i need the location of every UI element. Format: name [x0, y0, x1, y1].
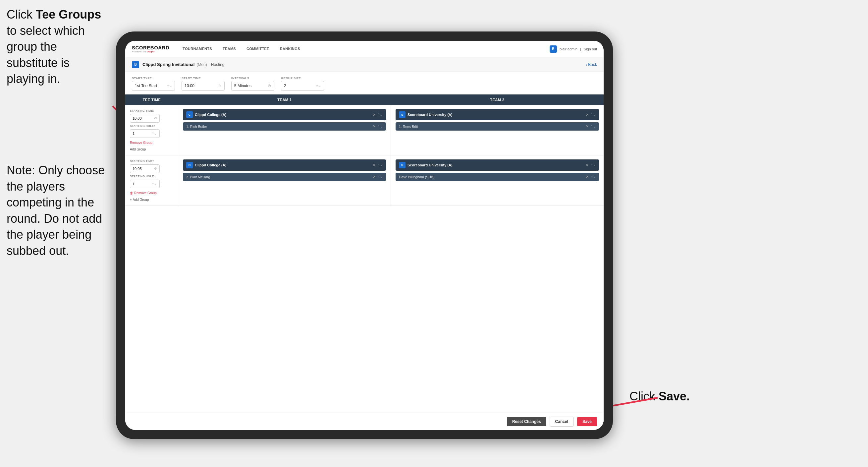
player1-remove-1[interactable]: ✕ [373, 124, 376, 128]
team1-card-2[interactable]: C Clippd College (A) ✕ ⌃⌄ [183, 159, 386, 171]
instruction-suffix: to select which group the substitute is … [7, 24, 85, 86]
remove-group-2[interactable]: 🗑 Remove Group [130, 191, 173, 195]
team1-chevron-1[interactable]: ⌃⌄ [377, 113, 383, 116]
team1-remove-1[interactable]: ✕ [373, 113, 376, 117]
add-group-1[interactable]: Add Group [130, 147, 173, 151]
instruction-prefix: Click [7, 8, 36, 21]
team2-actions-2: ✕ ⌃⌄ [586, 163, 596, 167]
starting-hole-input-2[interactable]: 1 ⌃⌄ [130, 180, 160, 188]
start-time-label: Start Time [182, 77, 225, 80]
config-start-time: Start Time 10:00 ⏱ [182, 77, 225, 91]
hole-spinner-2: ⌃⌄ [152, 182, 157, 185]
main-content: Start Type 1st Tee Start ⌃⌄ Start Time 1… [125, 72, 603, 413]
starting-time-input-2[interactable]: 10:05 ⏱ [130, 165, 160, 173]
instruction-bold-tee-groups: Tee Groups [36, 8, 101, 21]
player2-chevron-2[interactable]: ⌃⌄ [590, 175, 596, 179]
breadcrumb-back[interactable]: ‹ Back [586, 62, 597, 67]
player2-remove-1[interactable]: ✕ [586, 124, 589, 128]
team1-actions-1: ✕ ⌃⌄ [373, 113, 383, 117]
nav-link-tournaments[interactable]: TOURNAMENTS [177, 41, 217, 57]
cancel-button[interactable]: Cancel [550, 417, 574, 427]
player2-remove-2[interactable]: ✕ [586, 175, 589, 179]
remove-group-1[interactable]: Remove Group [130, 141, 173, 145]
player1-card-2[interactable]: 2. Blair McHarg ✕ ⌃⌄ [183, 173, 386, 181]
breadcrumb-hosting: Hosting [211, 62, 225, 67]
intervals-input[interactable]: 5 Minutes ⏱ [231, 81, 274, 91]
player1-card-1[interactable]: 1. Rich Butler ✕ ⌃⌄ [183, 122, 386, 130]
note-text: Note: Only choose the players competing … [7, 163, 109, 259]
th-team2: Team 2 [391, 94, 603, 105]
team2-icon-1: S [399, 111, 405, 118]
group-size-spinner: ⌃⌄ [316, 84, 321, 88]
hole-spinner-1: ⌃⌄ [152, 132, 157, 135]
team2-chevron-1[interactable]: ⌃⌄ [590, 113, 596, 116]
starting-hole-label-2: STARTING HOLE: [130, 175, 173, 178]
tee-group-row-2: STARTING TIME: 10:05 ⏱ STARTING HOLE: 1 … [125, 155, 603, 206]
start-type-label: Start Type [132, 77, 175, 80]
team2-cell-1: S Scoreboard University (A) ✕ ⌃⌄ 1. Rees… [391, 105, 603, 155]
team2-remove-1[interactable]: ✕ [586, 113, 589, 117]
logo-area: SCOREBOARD Powered by clippd [132, 45, 169, 53]
player1-actions-1: ✕ ⌃⌄ [373, 124, 383, 128]
time-spinner-2: ⏱ [154, 167, 157, 170]
player2-actions-1: ✕ ⌃⌄ [586, 124, 596, 128]
save-button[interactable]: Save [577, 417, 597, 426]
reset-changes-button[interactable]: Reset Changes [507, 417, 546, 426]
player1-chevron-2[interactable]: ⌃⌄ [377, 175, 383, 179]
nav-link-rankings[interactable]: RANKINGS [275, 41, 306, 57]
click-save-label: Click Save. [629, 389, 690, 403]
config-intervals: Intervals 5 Minutes ⏱ [231, 77, 274, 91]
breadcrumb-title: Clippd Spring Invitational [143, 62, 194, 67]
team1-cell-1: C Clippd College (A) ✕ ⌃⌄ 1. Rich Butler… [178, 105, 391, 155]
team2-cell-2: S Scoreboard University (A) ✕ ⌃⌄ Dave Bi… [391, 155, 603, 205]
starting-hole-input-1[interactable]: 1 ⌃⌄ [130, 129, 160, 138]
team2-card-2[interactable]: S Scoreboard University (A) ✕ ⌃⌄ [396, 159, 599, 171]
starting-time-input-1[interactable]: 10:00 ⏱ [130, 114, 160, 123]
add-group-2[interactable]: + Add Group [130, 198, 173, 202]
start-type-input[interactable]: 1st Tee Start ⌃⌄ [132, 81, 175, 91]
starting-time-label-1: STARTING TIME: [130, 109, 173, 112]
schedule-config: Start Type 1st Tee Start ⌃⌄ Start Time 1… [125, 72, 603, 94]
breadcrumb-subtitle: (Men) [196, 62, 207, 67]
starting-time-label-2: STARTING TIME: [130, 159, 173, 163]
breadcrumb-bar: B Clippd Spring Invitational (Men) Hosti… [125, 57, 603, 72]
nav-link-committee[interactable]: COMMITTEE [241, 41, 275, 57]
player1-remove-2[interactable]: ✕ [373, 175, 376, 179]
breadcrumb-icon: B [132, 61, 139, 68]
player2-name-2: Dave Billingham (SUB) [399, 175, 584, 179]
player1-name-1: 1. Rich Butler [186, 125, 371, 128]
player2-chevron-1[interactable]: ⌃⌄ [590, 125, 596, 128]
tablet-device: SCOREBOARD Powered by clippd TOURNAMENTS… [116, 31, 613, 439]
team2-actions-1: ✕ ⌃⌄ [586, 113, 596, 117]
nav-links: TOURNAMENTS TEAMS COMMITTEE RANKINGS [177, 41, 550, 57]
team2-remove-2[interactable]: ✕ [586, 163, 589, 167]
time-spinner-1: ⏱ [154, 117, 157, 120]
team1-card-1[interactable]: C Clippd College (A) ✕ ⌃⌄ [183, 109, 386, 120]
player2-card-2[interactable]: Dave Billingham (SUB) ✕ ⌃⌄ [396, 173, 599, 181]
player2-actions-2: ✕ ⌃⌄ [586, 175, 596, 179]
start-time-input[interactable]: 10:00 ⏱ [182, 81, 225, 91]
logo-powered-by: Powered by clippd [132, 50, 169, 53]
team2-name-1: Scoreboard University (A) [407, 113, 584, 117]
team1-remove-2[interactable]: ✕ [373, 163, 376, 167]
player1-actions-2: ✕ ⌃⌄ [373, 175, 383, 179]
th-tee-time: Tee Time [125, 94, 178, 105]
player1-chevron-1[interactable]: ⌃⌄ [377, 125, 383, 128]
team1-name-1: Clippd College (A) [195, 113, 371, 117]
player2-name-1: 1. Rees Britt [399, 125, 584, 128]
intervals-label: Intervals [231, 77, 274, 80]
sign-out-link[interactable]: Sign out [584, 47, 597, 51]
group-size-input[interactable]: 2 ⌃⌄ [281, 81, 324, 91]
team1-chevron-2[interactable]: ⌃⌄ [377, 164, 383, 167]
team2-card-1[interactable]: S Scoreboard University (A) ✕ ⌃⌄ [396, 109, 599, 120]
intervals-spinner: ⏱ [268, 84, 271, 88]
player1-name-2: 2. Blair McHarg [186, 175, 371, 179]
tee-controls-2: STARTING TIME: 10:05 ⏱ STARTING HOLE: 1 … [125, 155, 178, 205]
click-save-prefix: Click [629, 389, 659, 403]
team2-icon-2: S [399, 162, 405, 168]
tee-controls-1: STARTING TIME: 10:00 ⏱ STARTING HOLE: 1 … [125, 105, 178, 155]
team2-chevron-2[interactable]: ⌃⌄ [590, 164, 596, 167]
player2-card-1[interactable]: 1. Rees Britt ✕ ⌃⌄ [396, 122, 599, 130]
tablet-screen: SCOREBOARD Powered by clippd TOURNAMENTS… [125, 41, 603, 430]
nav-link-teams[interactable]: TEAMS [217, 41, 241, 57]
